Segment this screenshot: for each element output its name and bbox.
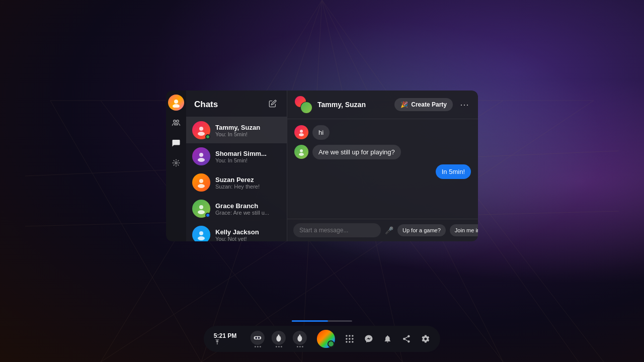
svg-point-18: [174, 120, 176, 123]
message-input[interactable]: [293, 223, 381, 237]
avatar-shomari: [192, 147, 210, 165]
chat-name: Suzan Perez: [215, 176, 281, 184]
svg-point-19: [177, 120, 179, 123]
svg-point-25: [199, 179, 203, 183]
chat-info: Kelly Jackson You: Not yet!: [215, 228, 281, 242]
svg-point-27: [199, 205, 203, 209]
chat-preview: You: In 5min!: [215, 131, 281, 137]
svg-rect-46: [349, 338, 351, 340]
chat-item-shomari[interactable]: Shomari Simm... You: In 5min!: [186, 143, 287, 169]
left-controller-control[interactable]: [272, 331, 286, 347]
messages-area: hi Are we still up for playing? In 5min!: [287, 119, 478, 219]
svg-point-28: [198, 210, 205, 214]
message-row: hi: [294, 125, 471, 140]
progress-fill: [292, 320, 328, 322]
chat-item-kelly[interactable]: Kelly Jackson You: Not yet!: [186, 222, 287, 241]
svg-point-30: [198, 236, 205, 240]
taskbar-inner: 5:21 PM: [204, 326, 440, 352]
header-avatar-suzan: [300, 102, 312, 114]
svg-point-17: [173, 104, 180, 108]
chat-preview: Grace: Are we still u...: [215, 210, 281, 216]
svg-point-29: [199, 231, 203, 235]
chat-info: Suzan Perez Suzan: Hey there!: [215, 176, 281, 190]
avatar-kelly: [192, 226, 210, 241]
unread-indicator: [205, 213, 210, 218]
svg-point-20: [175, 162, 177, 164]
more-options-button[interactable]: ⋯: [458, 97, 471, 112]
message-bubble: hi: [312, 125, 330, 140]
svg-point-26: [198, 184, 205, 188]
share-taskbar-icon[interactable]: [402, 334, 411, 343]
svg-point-31: [300, 130, 303, 133]
party-icon: 🎉: [400, 101, 408, 108]
svg-point-16: [174, 100, 178, 104]
svg-point-36: [256, 337, 258, 339]
svg-point-23: [199, 153, 203, 157]
apps-grid-icon[interactable]: [345, 334, 354, 343]
svg-point-21: [199, 127, 203, 131]
vr-controls: [251, 331, 307, 347]
chats-header: Chats: [186, 90, 287, 117]
message-row: Are we still up for playing?: [294, 145, 471, 159]
notifications-taskbar-icon[interactable]: [383, 334, 392, 343]
svg-rect-47: [352, 338, 354, 340]
chat-info: Shomari Simm... You: In 5min!: [215, 150, 281, 163]
compose-icon[interactable]: [267, 98, 279, 112]
svg-rect-50: [352, 341, 354, 343]
svg-rect-41: [299, 334, 301, 337]
svg-point-34: [299, 153, 304, 156]
svg-rect-44: [352, 335, 354, 337]
chat-item-suzan-perez[interactable]: Suzan Perez Suzan: Hey there!: [186, 169, 287, 196]
chat-name: Shomari Simm...: [215, 150, 281, 157]
chat-preview: You: Not yet!: [215, 236, 281, 242]
sent-message-bubble: In 5min!: [436, 164, 471, 179]
svg-point-37: [258, 337, 260, 339]
chat-preview: Suzan: Hey there!: [215, 184, 281, 190]
clock: 5:21 PM: [214, 332, 236, 339]
message-row-sent: In 5min!: [294, 164, 471, 179]
quick-reply-game[interactable]: Up for a game?: [397, 224, 446, 236]
mic-button[interactable]: 🎤: [385, 226, 393, 234]
svg-rect-43: [349, 335, 351, 337]
svg-rect-35: [254, 336, 262, 339]
time-display: 5:21 PM: [214, 332, 236, 345]
chat-name: Kelly Jackson: [215, 228, 281, 236]
people-nav-icon[interactable]: [168, 115, 184, 131]
settings-taskbar-icon[interactable]: [421, 334, 430, 343]
message-bubble: Are we still up for playing?: [312, 145, 401, 159]
chat-item-grace[interactable]: Grace Branch Grace: Are we still u...: [186, 196, 287, 222]
settings-nav-icon[interactable]: [168, 155, 184, 171]
chats-title: Chats: [194, 100, 218, 110]
right-controller-control[interactable]: [293, 331, 307, 347]
avatar-suzan: [192, 173, 210, 192]
create-party-label: Create Party: [411, 101, 447, 108]
quick-reply-vr[interactable]: Join me in VR: [450, 224, 478, 236]
vr-headset-control[interactable]: [251, 331, 265, 347]
svg-point-33: [300, 149, 303, 152]
svg-rect-42: [346, 335, 348, 337]
chat-name: Tammy, Suzan: [215, 124, 281, 131]
taskbar: 5:21 PM: [204, 318, 440, 352]
chat-header: Tammy, Suzan 🎉 Create Party ⋯: [287, 90, 478, 119]
svg-point-24: [198, 158, 205, 162]
meta-app-icon[interactable]: [317, 330, 335, 348]
chat-info: Grace Branch Grace: Are we still u...: [215, 202, 281, 216]
online-indicator: [205, 134, 210, 139]
profile-avatar-nav[interactable]: [168, 95, 184, 111]
svg-rect-39: [278, 334, 280, 337]
svg-point-32: [299, 133, 304, 136]
chat-info: Tammy, Suzan You: In 5min!: [215, 124, 281, 137]
message-sender-avatar: [294, 125, 308, 139]
chat-nav-icon[interactable]: [168, 135, 184, 151]
messenger-taskbar-icon[interactable]: [364, 334, 373, 343]
user-profile-pic: [168, 95, 184, 111]
chat-preview: You: In 5min!: [215, 157, 281, 163]
chat-item-tammy-suzan[interactable]: Tammy, Suzan You: In 5min!: [186, 117, 287, 143]
message-sender-avatar-2: [294, 145, 308, 159]
svg-rect-48: [346, 341, 348, 343]
svg-point-22: [198, 132, 205, 136]
chat-header-avatars: [294, 96, 312, 114]
svg-rect-49: [349, 341, 351, 343]
create-party-button[interactable]: 🎉 Create Party: [394, 98, 453, 111]
wifi-icon: [214, 339, 221, 345]
